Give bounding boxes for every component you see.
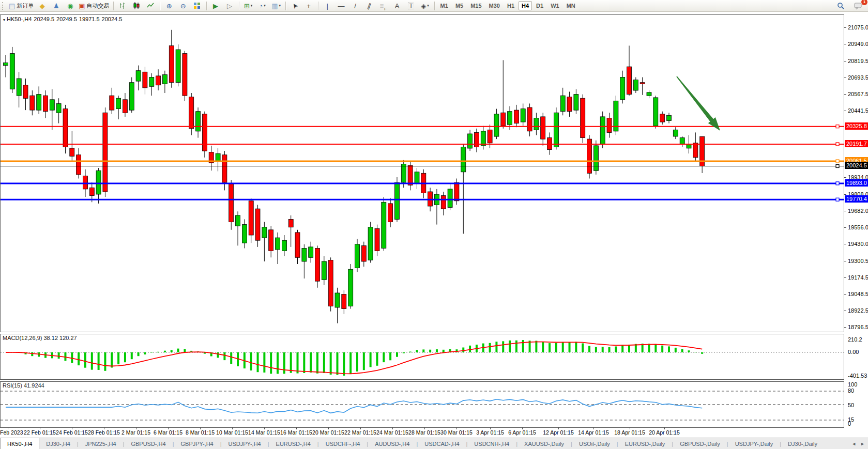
chart-tab-hk50h4[interactable]: HK50-,H4 [0,438,39,449]
price-tick-mark [844,311,846,311]
chart-tab-usoildaily[interactable]: USOil-,Daily [572,438,617,449]
templates-icon-dropdown[interactable]: ▾ [279,4,281,8]
time-tick-label: 20 Feb 2023 [0,429,23,436]
chart-context-arrow-icon[interactable]: ▾ [3,18,5,22]
price-tick-mark [844,94,846,95]
trendline-icon[interactable]: / [348,0,362,11]
price-line-label: 20191.7 [845,140,868,147]
price-tick-label: 20441.5 [848,107,868,114]
chart-tab-usdchfh4[interactable]: USDCHF-,H4 [319,438,367,449]
price-tick-label: 18922.5 [848,307,868,314]
timeframe-m30-button[interactable]: M30 [486,1,503,10]
macd-values: 38.12 120.27 [43,335,77,341]
toolbar-grip[interactable] [2,2,5,10]
macd-axis-label: 210.2 [848,336,862,343]
community-icon[interactable]: ♟ [49,0,63,11]
timeframe-m5-button[interactable]: M5 [452,1,466,10]
new-order-button[interactable]: ▤新订单 [7,0,35,11]
tile-windows-icon[interactable] [190,0,204,11]
channel-icon[interactable]: ∥ [362,0,376,11]
timeframe-d1-button[interactable]: D1 [533,1,546,10]
rsi-indicator-pane[interactable]: RSI(15) 41.9244 [0,381,844,428]
time-axis[interactable]: 20 Feb 202322 Feb 01:1524 Feb 01:1528 Fe… [0,428,844,438]
chart-tab-usdcadh4[interactable]: USDCAD-,H4 [418,438,466,449]
text-icon[interactable]: A [390,0,404,11]
timeframe-m1-button[interactable]: M1 [437,1,451,10]
price-tick-label: 19300.5 [848,258,868,264]
timeframe-m15-button[interactable]: M15 [467,1,484,10]
chart-tab-eurusddaily[interactable]: EURUSD-,Daily [618,438,672,449]
tabs-scroll-right-icon[interactable]: ► [860,441,865,446]
price-tick-label: 19048.5 [848,291,868,297]
indicators-icon-dropdown[interactable]: ▾ [251,4,253,8]
tabs-scroll-left-icon[interactable]: ◄ [851,441,856,446]
indicators-icon[interactable]: ⊞▾ [241,0,255,11]
label-icon[interactable]: T [404,0,418,11]
chart-tab-dj30h4[interactable]: DJ30-,H4 [39,438,77,449]
templates-icon[interactable]: ▦▾ [269,0,283,11]
crosshair-icon[interactable]: + [302,0,316,11]
signals-icon[interactable]: ◉ [63,0,77,11]
toolbar-separator [285,2,286,10]
timeframe-mn-button[interactable]: MN [564,1,578,10]
price-tick-mark [844,227,846,228]
arrows-icon[interactable]: ◈▾ [418,0,432,11]
horizontal-line-icon[interactable]: — [334,0,348,11]
time-tick-label: 2 Mar 01:15 [121,429,150,436]
macd-indicator-pane[interactable]: MACD(12,26,9) 38.12 120.27 [0,334,844,380]
price-line-label: 19770.4 [845,195,868,203]
time-tick-label: 3 Apr 01:15 [476,429,504,436]
chart-tab-dj30daily[interactable]: DJ30-,Daily [781,438,824,449]
chart-tab-gbpusdh4[interactable]: GBPUSD-,H4 [124,438,172,449]
candlestick-chart-icon[interactable] [130,0,144,11]
bar-chart-icon[interactable] [116,0,130,11]
time-tick-label: 6 Mar 01:15 [154,429,182,436]
main-chart-pane[interactable]: ▾HK50-,H420249.520249.519971.520024.5 [0,14,844,332]
vertical-line-icon[interactable]: | [321,0,334,11]
line-chart-icon[interactable] [144,0,158,11]
chart-tab-gbpjpyh4[interactable]: GBPJPY-,H4 [174,438,220,449]
price-axis[interactable]: 21075.020949.020819.520693.520567.520441… [844,12,868,438]
trading-terminal-window: ▤新订单◆♟◉▣自动交易⊕⊖▶▷⊞▾◔▾▦▾➤+|—/∥≡FAT◈▾ M1M5M… [0,0,868,449]
chart-tab-eurusdh4[interactable]: EURUSD-,H4 [269,438,317,449]
market-watch-icon[interactable]: ◆ [35,0,49,11]
rsi-axis-label: 0 [848,421,851,427]
notification-badge: 1 [861,0,867,5]
chart-tab-usdcnhh4[interactable]: USDCNH-,H4 [467,438,516,449]
price-tick-mark [844,211,846,211]
time-tick-label: 8 Mar 01:15 [186,429,215,436]
chart-close: 20024.5 [102,16,123,22]
time-tick-label: 28 Feb 01:15 [88,429,120,436]
price-tick-mark [844,61,846,61]
auto-scroll-icon[interactable]: ▶ [209,0,223,11]
fibonacci-icon[interactable]: ≡F [376,0,390,11]
time-tick-label: 18 Apr 01:15 [614,429,645,436]
timeframes-icon-dropdown[interactable]: ▾ [264,4,266,8]
time-tick-label: 12 Apr 01:15 [543,429,574,436]
timeframes-icon[interactable]: ◔▾ [255,0,269,11]
chart-tab-usdjpyh4[interactable]: USDJPY-,H4 [222,438,268,449]
chart-tab-usdjpydaily[interactable]: USDJPY-,Daily [728,438,780,449]
chart-tab-audusdh4[interactable]: AUDUSD-,H4 [368,438,416,449]
timeframe-h4-button[interactable]: H4 [519,1,532,10]
timeframe-h1-button[interactable]: H1 [504,1,517,10]
chart-tab-gbpusddaily[interactable]: GBPUSD-,Daily [673,438,727,449]
price-tick-mark [844,244,846,244]
time-tick-label: 28 Mar 01:15 [408,429,440,436]
chart-high: 20249.5 [56,16,77,22]
autotrade-button[interactable]: ▣自动交易 [77,0,111,11]
chart-shift-icon[interactable]: ▷ [223,0,237,11]
zoom-out-icon[interactable]: ⊖ [176,0,190,11]
timeframe-w1-button[interactable]: W1 [547,1,562,10]
new-order-button-label: 新订单 [17,2,34,10]
chat-notifications-icon[interactable]: 1 [851,1,865,12]
chart-tab-jpn225h4[interactable]: JPN225-,H4 [79,438,123,449]
time-tick-label: 16 Mar 01:15 [280,429,312,436]
chart-symbol-period: HK50-,H4 [7,16,32,22]
chart-tab-xauusddaily[interactable]: XAUUSD-,Daily [517,438,571,449]
search-icon[interactable] [834,1,848,12]
cursor-icon[interactable]: ➤ [288,0,302,11]
time-tick-label: 14 Mar 01:15 [248,429,280,436]
arrows-icon-dropdown[interactable]: ▾ [427,4,429,8]
zoom-in-icon[interactable]: ⊕ [162,0,176,11]
